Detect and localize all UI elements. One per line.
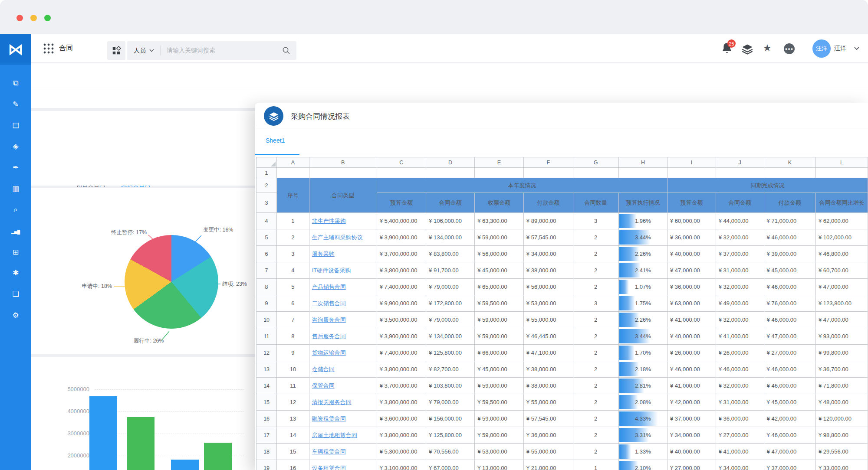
cell[interactable]: ¥ 34,000.00 <box>523 246 573 262</box>
row-header[interactable]: 8 <box>256 279 277 295</box>
cell[interactable] <box>618 168 667 178</box>
cell[interactable]: ¥ 49,000.00 <box>716 295 764 312</box>
row-header[interactable]: 10 <box>256 312 277 328</box>
sidebar-item-news-document-icon[interactable]: ▥ <box>0 183 31 196</box>
row-header[interactable]: 17 <box>256 427 277 444</box>
cell[interactable]: ¥ 36,700.00 <box>816 361 868 378</box>
column-header[interactable]: 付款金额 <box>523 193 573 213</box>
cell[interactable]: ¥ 46,000.00 <box>764 378 815 394</box>
column-letter-E[interactable]: E <box>475 157 524 168</box>
chevron-down-icon[interactable] <box>149 49 154 52</box>
column-letter-D[interactable]: D <box>426 157 475 168</box>
cell[interactable]: ¥ 42,000.00 <box>764 411 815 427</box>
app-launcher-button[interactable] <box>107 41 125 60</box>
cell[interactable]: ¥ 7,400,000.00 <box>377 345 426 361</box>
cell[interactable]: 8 <box>277 328 309 345</box>
cell[interactable]: ¥ 46,000.00 <box>667 361 716 378</box>
contract-type-link[interactable]: 车辆租赁合同 <box>312 448 346 455</box>
cell[interactable]: ¥ 46,800.00 <box>816 246 868 262</box>
cell[interactable]: 咨询服务合同 <box>309 312 377 328</box>
cell[interactable]: ¥ 32,000.00 <box>716 279 764 295</box>
cell[interactable]: 1.33% <box>618 444 667 460</box>
cell[interactable]: ¥ 156,000.00 <box>426 411 475 427</box>
cell[interactable]: ¥ 26,000.00 <box>716 345 764 361</box>
contract-type-link[interactable]: 房屋土地租赁合同 <box>312 432 357 438</box>
cell[interactable]: ¥ 125,800.00 <box>426 345 475 361</box>
column-letter-A[interactable]: A <box>277 157 309 168</box>
cell[interactable]: 2 <box>573 378 618 394</box>
cell[interactable]: ¥ 21,000.00 <box>523 460 573 470</box>
header-contract-type[interactable]: 合同类型 <box>309 178 377 213</box>
cell[interactable]: 2.10% <box>618 460 667 470</box>
cell[interactable]: 2.26% <box>618 246 667 262</box>
cell[interactable]: 7 <box>277 312 309 328</box>
cell[interactable]: ¥ 71,000.00 <box>764 213 815 229</box>
cell[interactable] <box>277 168 309 178</box>
cell[interactable]: 2.26% <box>618 312 667 328</box>
cell[interactable]: 1 <box>277 213 309 229</box>
cell[interactable]: 2 <box>573 246 618 262</box>
cell[interactable]: 2.08% <box>618 394 667 411</box>
cell[interactable]: ¥ 37,000.00 <box>716 246 764 262</box>
tab-sheet1[interactable]: Sheet1 <box>266 137 285 144</box>
cell[interactable]: ¥ 60,700.00 <box>816 262 868 279</box>
cell[interactable] <box>475 168 524 178</box>
sidebar-item-spark-icon[interactable]: ✱ <box>0 267 31 280</box>
cell[interactable]: ¥ 63,300.00 <box>475 213 524 229</box>
cell[interactable]: ¥ 47,000.00 <box>764 328 815 345</box>
cell[interactable]: 二次销售合同 <box>309 295 377 312</box>
cell[interactable]: ¥ 47,000.00 <box>764 444 815 460</box>
cell[interactable]: ¥ 98,800.00 <box>816 427 868 444</box>
sidebar-item-bar-chart-icon[interactable]: ▂▅█ <box>0 225 31 238</box>
cell[interactable]: ¥ 59,500.00 <box>475 295 524 312</box>
cell[interactable]: ¥ 134,000.00 <box>426 229 475 246</box>
more-options-button[interactable]: ●●● <box>784 43 795 54</box>
row-header[interactable]: 19 <box>256 460 277 470</box>
row-header[interactable]: 7 <box>256 262 277 279</box>
cell[interactable]: ¥ 37,000.00 <box>667 411 716 427</box>
cell[interactable]: ¥ 59,000.00 <box>475 229 524 246</box>
cell[interactable]: ¥ 57,545.00 <box>523 229 573 246</box>
cell[interactable]: ¥ 33,000.00 <box>816 460 868 470</box>
cell[interactable]: ¥ 39,000.00 <box>764 246 815 262</box>
cell[interactable]: ¥ 36,000.00 <box>523 427 573 444</box>
cell[interactable]: ¥ 32,000.00 <box>716 378 764 394</box>
cell[interactable]: 3.44% <box>618 328 667 345</box>
cell[interactable]: 1.70% <box>618 345 667 361</box>
cell[interactable]: 3.31% <box>618 427 667 444</box>
cell[interactable]: ¥ 34,000.00 <box>667 427 716 444</box>
cell[interactable]: 融资租赁合同 <box>309 411 377 427</box>
column-header[interactable]: 合同金额 <box>426 193 475 213</box>
cell[interactable]: 清报关服务合同 <box>309 394 377 411</box>
cell[interactable]: 2 <box>573 394 618 411</box>
cell[interactable]: ¥ 46,000.00 <box>764 427 815 444</box>
column-letter-G[interactable]: G <box>573 157 618 168</box>
cell[interactable]: 11 <box>277 378 309 394</box>
cell[interactable]: 2 <box>573 262 618 279</box>
cell[interactable]: ¥ 3,900,000.00 <box>377 229 426 246</box>
cell[interactable]: ¥ 38,000.00 <box>523 361 573 378</box>
cell[interactable]: 2 <box>573 312 618 328</box>
row-header[interactable]: 13 <box>256 361 277 378</box>
sidebar-item-search-document-icon[interactable]: ⌕ <box>0 203 31 216</box>
cell[interactable]: 1 <box>573 460 618 470</box>
cell[interactable]: 仓储合同 <box>309 361 377 378</box>
cell[interactable]: ¥ 37,000.00 <box>764 460 815 470</box>
cell[interactable]: ¥ 46,000.00 <box>716 361 764 378</box>
column-header[interactable]: 合同金额 <box>716 193 764 213</box>
cell[interactable]: 3.44% <box>618 229 667 246</box>
sidebar-item-grid-apps-icon[interactable]: ⊞ <box>0 246 31 259</box>
row-header[interactable]: 4 <box>256 213 277 229</box>
favorites-button[interactable]: ★ <box>763 42 772 55</box>
cell[interactable]: 车辆租赁合同 <box>309 444 377 460</box>
column-letter-B[interactable]: B <box>309 157 377 168</box>
cell[interactable]: ¥ 53,000.00 <box>523 295 573 312</box>
cell[interactable]: 生产主辅料采购协议 <box>309 229 377 246</box>
header-group-prior-period[interactable]: 同期完成情况 <box>667 178 868 193</box>
contract-type-link[interactable]: 服务采购 <box>312 251 335 257</box>
stack-layers-button[interactable] <box>741 43 753 55</box>
contract-type-link[interactable]: 货物运输合同 <box>312 349 346 356</box>
cell[interactable]: ¥ 59,500.00 <box>475 394 524 411</box>
column-letter-K[interactable]: K <box>764 157 815 168</box>
column-header[interactable]: 合同金额同比增长 <box>816 193 868 213</box>
